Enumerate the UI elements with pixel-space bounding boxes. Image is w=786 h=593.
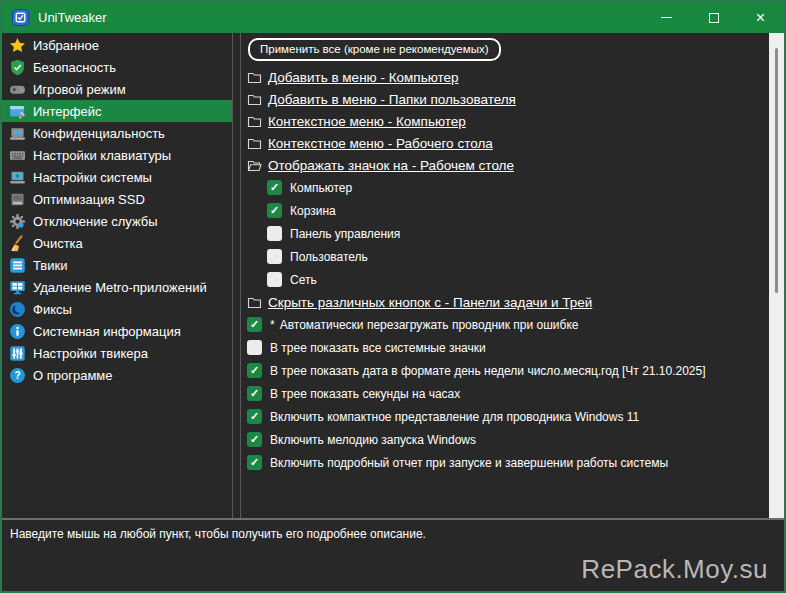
- maximize-button[interactable]: [690, 2, 737, 33]
- sidebar-item-system-settings[interactable]: Настройки системы: [2, 166, 232, 188]
- sidebar-item-label: Конфиденциальность: [33, 126, 165, 141]
- apply-all-button[interactable]: Применить все (кроме не рекомендуемых): [248, 38, 501, 61]
- sidebar-item-keyboard-settings[interactable]: Настройки клавиатуры: [2, 144, 232, 166]
- close-icon: ×: [756, 10, 765, 26]
- sidebar-item-privacy[interactable]: Конфиденциальность: [2, 122, 232, 144]
- sidebar-item-label: Оптимизация SSD: [33, 192, 145, 207]
- close-button[interactable]: ×: [737, 2, 784, 33]
- checkbox-row-network[interactable]: ✓ Сеть: [247, 268, 764, 291]
- scrollbar[interactable]: [769, 33, 784, 518]
- sidebar-item-label: Системная информация: [33, 324, 181, 339]
- sidebar-item-label: Настройки системы: [33, 170, 152, 185]
- sidebar-item-cleanup[interactable]: Очистка: [2, 232, 232, 254]
- checkbox[interactable]: ✓: [247, 409, 262, 424]
- window-controls: ×: [643, 2, 784, 33]
- scrollbar-thumb[interactable]: [775, 48, 778, 293]
- checkbox-row-user[interactable]: ✓ Пользователь: [247, 245, 764, 268]
- checkbox-row-computer[interactable]: ✓ Компьютер: [247, 176, 764, 199]
- sidebar-item-label: Безопасность: [33, 60, 116, 75]
- check-icon: ✓: [250, 411, 259, 422]
- status-hint: Наведите мышь на любой пункт, чтобы полу…: [10, 527, 426, 541]
- sidebar-item-security[interactable]: Безопасность: [2, 56, 232, 78]
- checkbox[interactable]: ✓: [267, 249, 282, 264]
- minimize-button[interactable]: [643, 2, 690, 33]
- checkbox[interactable]: ✓: [267, 226, 282, 241]
- checkbox-label: Панель управления: [290, 227, 400, 241]
- checkbox-row-tray-all-icons[interactable]: ✓ В трее показать все системные значки: [247, 336, 764, 359]
- sidebar-item-label: Настройки твикера: [33, 346, 148, 361]
- checkbox-label: В трее показать все системные значки: [270, 341, 486, 355]
- sidebar-item-ssd-optimization[interactable]: Оптимизация SSD: [2, 188, 232, 210]
- checkbox-label: Включить мелодию запуска Windows: [270, 433, 476, 447]
- checkbox-row-verbose-status[interactable]: ✓ Включить подробный отчет при запуске и…: [247, 451, 764, 474]
- checkbox[interactable]: ✓: [267, 272, 282, 287]
- checkbox[interactable]: ✓: [247, 363, 262, 378]
- tweak-link[interactable]: Контекстное меню - Рабочего стола: [268, 136, 493, 151]
- sidebar: Избранное Безопасность Игровой режим Инт…: [2, 33, 233, 518]
- system-icon: [9, 169, 26, 186]
- link-row-show-desktop-icons[interactable]: Отображать значок на - Рабочем столе: [247, 154, 764, 176]
- link-row-add-menu-computer[interactable]: Добавить в меню - Компьютер: [247, 66, 764, 88]
- checkbox-label: Пользователь: [290, 250, 368, 264]
- sidebar-item-about[interactable]: ? О программе: [2, 364, 232, 386]
- checkbox-row-tray-seconds[interactable]: ✓ В трее показать секунды на часах: [247, 382, 764, 405]
- tweak-link[interactable]: Добавить в меню - Папки пользователя: [268, 92, 516, 107]
- folder-open-icon: [247, 158, 262, 173]
- panel-gap: [233, 33, 240, 518]
- statusbar: Наведите мышь на любой пункт, чтобы полу…: [2, 520, 784, 592]
- link-row-context-menu-desktop[interactable]: Контекстное меню - Рабочего стола: [247, 132, 764, 154]
- checkbox-row-tray-date-format[interactable]: ✓ В трее показать дата в формате день не…: [247, 359, 764, 382]
- link-row-context-menu-computer[interactable]: Контекстное меню - Компьютер: [247, 110, 764, 132]
- checkbox-label: Включить подробный отчет при запуске и з…: [270, 456, 668, 470]
- checkbox[interactable]: ✓: [267, 180, 282, 195]
- checkbox-label: В трее показать дата в формате день неде…: [270, 364, 706, 378]
- folder-icon: [247, 136, 262, 151]
- folder-icon: [247, 114, 262, 129]
- checkbox-label: Сеть: [290, 273, 317, 287]
- checkbox-row-compact-explorer[interactable]: ✓ Включить компактное представление для …: [247, 405, 764, 428]
- checkbox[interactable]: ✓: [247, 432, 262, 447]
- checkbox[interactable]: ✓: [247, 455, 262, 470]
- sidebar-item-label: Очистка: [33, 236, 83, 251]
- checkbox[interactable]: ✓: [247, 340, 262, 355]
- link-row-add-menu-user-folders[interactable]: Добавить в меню - Папки пользователя: [247, 88, 764, 110]
- checkbox-row-recycle-bin[interactable]: ✓ Корзина: [247, 199, 764, 222]
- titlebar[interactable]: UniTweaker ×: [2, 2, 784, 33]
- sidebar-item-label: Интерфейс: [33, 104, 101, 119]
- folder-icon: [247, 295, 262, 310]
- check-icon: ✓: [250, 457, 259, 468]
- sidebar-item-metro-apps[interactable]: Удаление Metro-приложений: [2, 276, 232, 298]
- checkbox-row-restart-explorer[interactable]: ✓ * Автоматически перезагружать проводни…: [247, 313, 764, 336]
- tweak-link[interactable]: Скрыть различных кнопок с - Панели задач…: [268, 295, 592, 310]
- checkbox-label: Компьютер: [290, 181, 352, 195]
- sidebar-item-game-mode[interactable]: Игровой режим: [2, 78, 232, 100]
- tweak-link[interactable]: Контекстное меню - Компьютер: [268, 114, 466, 129]
- sidebar-item-tweaks[interactable]: Твики: [2, 254, 232, 276]
- checkbox[interactable]: ✓: [247, 386, 262, 401]
- sidebar-item-label: О программе: [33, 368, 113, 383]
- sidebar-item-tweaker-settings[interactable]: Настройки твикера: [2, 342, 232, 364]
- tweak-link[interactable]: Отображать значок на - Рабочем столе: [268, 158, 514, 173]
- sidebar-item-interface[interactable]: Интерфейс: [2, 100, 232, 122]
- checkbox[interactable]: ✓: [247, 317, 262, 332]
- checkbox-row-startup-sound[interactable]: ✓ Включить мелодию запуска Windows: [247, 428, 764, 451]
- check-icon: ✓: [250, 319, 259, 330]
- sidebar-item-favorites[interactable]: Избранное: [2, 34, 232, 56]
- checkbox[interactable]: ✓: [267, 203, 282, 218]
- gamepad-icon: [9, 81, 26, 98]
- folder-icon: [247, 92, 262, 107]
- sidebar-item-fixes[interactable]: Фиксы: [2, 298, 232, 320]
- minimize-icon: [661, 17, 672, 18]
- tweak-link[interactable]: Добавить в меню - Компьютер: [268, 70, 459, 85]
- sidebar-item-system-info[interactable]: Системная информация: [2, 320, 232, 342]
- check-icon: ✓: [250, 388, 259, 399]
- checkbox-row-control-panel[interactable]: ✓ Панель управления: [247, 222, 764, 245]
- unitweaker-window: UniTweaker × Избранное Безопасность Игро…: [0, 0, 786, 593]
- sidebar-item-disable-services[interactable]: Отключение службы: [2, 210, 232, 232]
- link-row-hide-taskbar-buttons[interactable]: Скрыть различных кнопок с - Панели задач…: [247, 291, 764, 313]
- check-icon: ✓: [270, 205, 279, 216]
- sidebar-item-label: Настройки клавиатуры: [33, 148, 171, 163]
- folder-icon: [247, 70, 262, 85]
- metro-icon: [9, 279, 26, 296]
- window-title: UniTweaker: [38, 10, 107, 25]
